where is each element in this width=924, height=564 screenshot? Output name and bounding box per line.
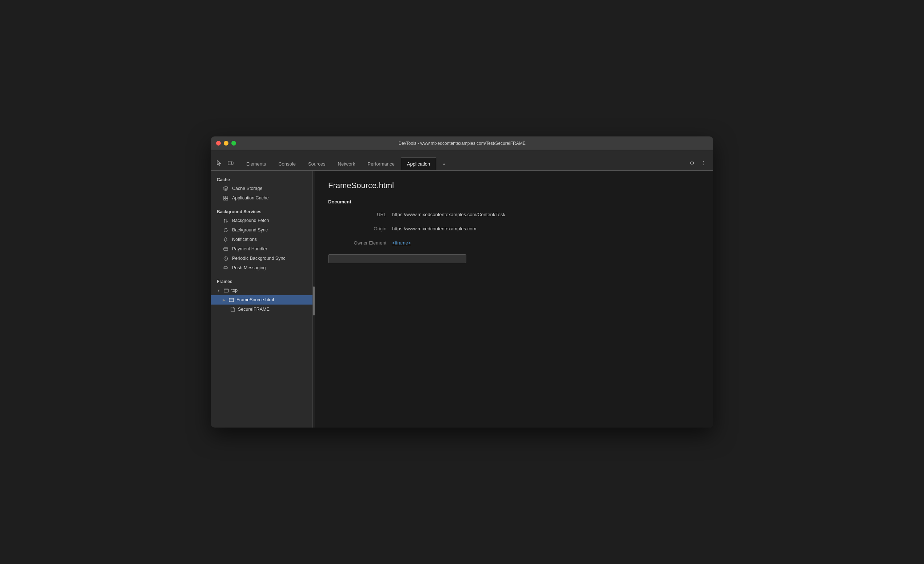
main-area: Cache Cache Storage — [211, 171, 713, 428]
svg-rect-7 — [224, 248, 227, 250]
cloud-icon — [223, 265, 228, 271]
titlebar: DevTools - www.mixedcontentexamples.com/… — [211, 136, 713, 150]
owner-key: Owner Element — [328, 240, 386, 246]
info-row-owner: Owner Element <iframe> — [328, 240, 700, 246]
settings-icon[interactable]: ⚙ — [687, 158, 697, 168]
sidebar-item-cache-storage[interactable]: Cache Storage — [211, 184, 312, 193]
panel-document-label: Document — [328, 199, 700, 204]
svg-rect-11 — [229, 298, 234, 302]
cursor-icon[interactable] — [214, 158, 224, 168]
frame-folder2-icon — [228, 297, 234, 303]
tabbar: Elements Console Sources Network Perform… — [211, 150, 713, 171]
svg-rect-4 — [226, 196, 228, 198]
svg-rect-1 — [232, 162, 233, 165]
info-row-url: URL https://www.mixedcontentexamples.com… — [328, 212, 700, 217]
sidebar-scrollbar-thumb[interactable] — [313, 286, 315, 315]
database-icon — [223, 186, 228, 191]
frame-top[interactable]: ▼ top — [211, 286, 312, 295]
svg-rect-6 — [226, 198, 228, 200]
tab-network[interactable]: Network — [332, 157, 362, 170]
filter-bar — [328, 254, 700, 263]
svg-rect-0 — [228, 161, 231, 165]
frame-source-arrow: ▶ — [223, 298, 225, 302]
clock-icon — [223, 255, 228, 261]
svg-rect-3 — [224, 196, 225, 198]
tab-more[interactable]: » — [436, 157, 451, 170]
filter-input[interactable] — [328, 254, 466, 263]
device-icon[interactable] — [225, 158, 236, 168]
sidebar-item-periodic-background-sync[interactable]: Periodic Background Sync — [211, 254, 312, 263]
main-panel: FrameSource.html Document URL https://ww… — [315, 171, 713, 428]
sidebar: Cache Cache Storage — [211, 171, 313, 428]
tab-elements[interactable]: Elements — [240, 157, 272, 170]
devtools-window: DevTools - www.mixedcontentexamples.com/… — [211, 136, 713, 428]
frame-folder-icon — [224, 288, 229, 293]
info-row-origin: Origin https://www.mixedcontentexamples.… — [328, 226, 700, 231]
sidebar-item-application-cache[interactable]: Application Cache — [211, 193, 312, 202]
origin-value: https://www.mixedcontentexamples.com — [392, 226, 476, 231]
url-value: https://www.mixedcontentexamples.com/Con… — [392, 212, 505, 217]
sidebar-section-cache: Cache — [211, 175, 312, 184]
svg-rect-5 — [224, 198, 225, 200]
traffic-lights — [216, 141, 236, 146]
maximize-button[interactable] — [231, 141, 236, 146]
sidebar-item-background-sync[interactable]: Background Sync — [211, 225, 312, 235]
sidebar-section-frames: Frames — [211, 277, 312, 286]
panel-title: FrameSource.html — [328, 181, 700, 190]
close-button[interactable] — [216, 141, 221, 146]
origin-key: Origin — [328, 226, 386, 231]
frame-expand-arrow: ▼ — [217, 288, 220, 292]
info-table: URL https://www.mixedcontentexamples.com… — [328, 212, 700, 246]
sidebar-item-payment-handler[interactable]: Payment Handler — [211, 244, 312, 254]
tabbar-right-icons: ⚙ ⋮ — [687, 158, 709, 168]
sidebar-item-notifications[interactable]: Notifications — [211, 235, 312, 244]
arrows-icon — [223, 218, 228, 224]
svg-point-2 — [224, 186, 227, 188]
frame-secure-iframe[interactable]: SecureIFRAME — [211, 304, 312, 314]
sync-icon — [223, 227, 228, 233]
svg-rect-10 — [224, 289, 228, 292]
tab-application[interactable]: Application — [401, 157, 436, 170]
window-title: DevTools - www.mixedcontentexamples.com/… — [398, 141, 525, 146]
frame-source-html[interactable]: ▶ FrameSource.html — [211, 295, 312, 304]
toolbar-icons — [214, 158, 236, 168]
grid-icon — [223, 195, 228, 201]
tab-performance[interactable]: Performance — [361, 157, 400, 170]
sidebar-section-background: Background Services — [211, 207, 312, 216]
sidebar-item-background-fetch[interactable]: Background Fetch — [211, 216, 312, 225]
bell-icon — [223, 237, 228, 242]
url-key: URL — [328, 212, 386, 217]
card-icon — [223, 246, 228, 252]
file-icon — [230, 306, 236, 312]
sidebar-item-push-messaging[interactable]: Push Messaging — [211, 263, 312, 273]
menu-icon[interactable]: ⋮ — [699, 158, 709, 168]
owner-value[interactable]: <iframe> — [392, 240, 411, 246]
tab-console[interactable]: Console — [272, 157, 302, 170]
minimize-button[interactable] — [224, 141, 228, 146]
tab-sources[interactable]: Sources — [302, 157, 332, 170]
